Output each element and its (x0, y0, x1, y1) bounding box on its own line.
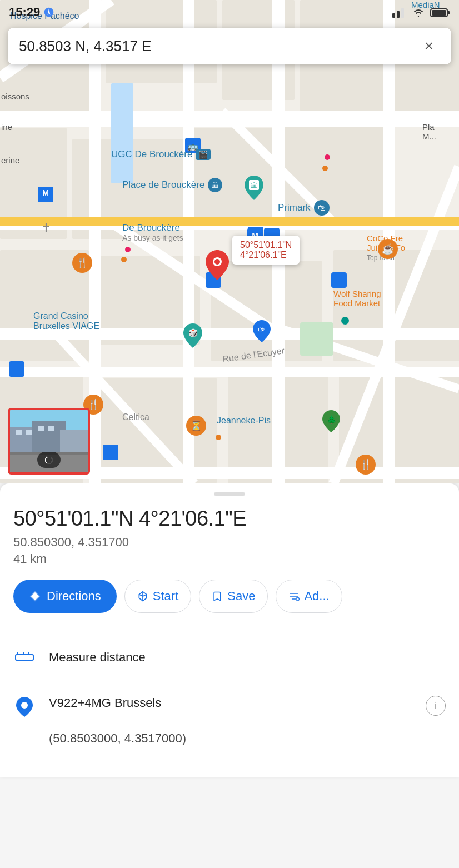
sheet-handle (214, 492, 245, 496)
time-display: 15:29 (9, 5, 40, 19)
status-icons (391, 7, 450, 18)
directions-button[interactable]: Directions (13, 580, 117, 613)
search-bar: 50.8503 N, 4.3517 E × (8, 28, 451, 64)
dot-2 (121, 257, 127, 262)
de-brouckere-label: De Brouckère (122, 222, 180, 233)
wifi-icon (411, 7, 426, 18)
svg-rect-68 (16, 430, 22, 435)
add-label: Ad... (304, 589, 329, 603)
ruler-icon (13, 646, 36, 669)
add-button[interactable]: Ad... (276, 580, 342, 613)
svg-rect-41 (103, 445, 118, 460)
svg-rect-39 (331, 272, 347, 288)
pink-dot-1 (325, 154, 330, 160)
location-pin-icon (13, 696, 36, 718)
svg-rect-48 (392, 13, 395, 18)
jeanneke-label: Jeanneke-Pis (217, 416, 271, 426)
jeanneke-pin: 🌲 (322, 410, 340, 435)
save-label: Save (227, 589, 255, 603)
food-pin-3: 🍴 (356, 455, 376, 475)
dot-1 (322, 166, 328, 171)
ine-label: ine (1, 122, 12, 132)
signal-icon (391, 7, 407, 18)
status-bar: 15:29 (0, 0, 459, 24)
casino-label: Grand CasinoBruxelles VIAGE (33, 311, 99, 331)
svg-rect-71 (48, 426, 54, 431)
save-button[interactable]: Save (199, 580, 268, 613)
start-icon (137, 591, 148, 602)
teal-dot (341, 317, 349, 325)
svg-rect-33 (300, 322, 333, 356)
location-decimal: 50.850300, 4.351700 (13, 535, 446, 550)
coord-popup: 50°51'01.1"N4°21'06.1"E (232, 236, 300, 265)
info-icon[interactable]: i (426, 696, 446, 716)
plus-code-text: V922+4MG Brussels (49, 696, 412, 710)
food-pin-1: 🍴 (72, 253, 92, 273)
brouckere-pin: 🏛 (245, 176, 263, 202)
svg-rect-73 (16, 655, 33, 660)
svg-rect-7 (189, 128, 272, 217)
celtica-label: Celtica (122, 412, 149, 422)
ugc-label: UGC De Brouckère 🎬 (111, 149, 211, 160)
location-section: V922+4MG Brussels i (50.8503000, 4.35170… (13, 682, 446, 759)
coco-pin: ☕ (378, 239, 398, 259)
svg-rect-69 (26, 430, 32, 435)
svg-rect-34 (111, 83, 133, 183)
measure-distance-item[interactable]: Measure distance (13, 633, 446, 682)
place-brouckere-label: Place de Brouckère 🏛 (122, 178, 222, 192)
svg-rect-50 (401, 8, 404, 18)
search-text: 50.8503 N, 4.3517 E (19, 38, 418, 55)
svg-text:🏛: 🏛 (251, 182, 257, 189)
dot-3 (216, 435, 221, 440)
location-distance: 41 km (13, 552, 446, 566)
measure-distance-label: Measure distance (49, 650, 146, 665)
pla-label: PlaM... (422, 122, 436, 141)
svg-rect-52 (447, 11, 450, 14)
location-title: 50°51'01.1"N 4°21'06.1"E (13, 507, 446, 531)
svg-rect-70 (38, 426, 44, 431)
svg-text:🛍: 🛍 (258, 325, 266, 334)
navigation-icon (43, 7, 54, 18)
church-icon: ✝ (41, 221, 51, 236)
directions-icon (29, 590, 41, 602)
primark-label: Primark 🛍 (278, 200, 330, 216)
pink-dot-2 (125, 247, 131, 252)
map-container[interactable]: 🚌 M M 15:29 (0, 0, 459, 483)
svg-text:M: M (42, 188, 49, 197)
svg-rect-49 (397, 11, 400, 18)
start-label: Start (153, 589, 178, 603)
shopping-pin: 🛍 (253, 320, 271, 345)
svg-rect-23 (183, 0, 194, 483)
busy-label: As busy as it gets (122, 233, 183, 242)
action-buttons: Directions Start Save Ad... (13, 580, 446, 613)
coords-text: (50.8503000, 4.3517000) (13, 729, 446, 746)
plus-code-row: V922+4MG Brussels i (13, 696, 446, 718)
save-icon (212, 591, 223, 602)
svg-point-80 (21, 702, 28, 709)
svg-point-60 (214, 259, 220, 265)
bottom-sheet: 50°51'01.1"N 4°21'06.1"E 50.850300, 4.35… (0, 483, 459, 777)
svg-rect-32 (0, 217, 459, 226)
street-view-person-icon: ⭮ (37, 452, 61, 468)
rerine-label: erine (1, 156, 19, 165)
close-button[interactable]: × (418, 35, 440, 57)
svg-rect-53 (432, 10, 446, 16)
selected-pin (206, 250, 229, 282)
svg-text:🌲: 🌲 (327, 415, 337, 425)
wolf-sharing-label: Wolf SharingFood Market (333, 289, 381, 308)
street-view-thumbnail[interactable]: ⭮ (8, 408, 90, 475)
poissons-label: oissons (1, 92, 29, 101)
start-button[interactable]: Start (124, 580, 191, 613)
svg-rect-40 (9, 361, 24, 377)
battery-icon (430, 7, 450, 18)
add-icon (288, 591, 300, 602)
casino-pin: 🎲 (183, 323, 202, 350)
directions-label: Directions (47, 589, 101, 603)
svg-text:🎲: 🎲 (188, 328, 198, 338)
status-time: 15:29 (9, 5, 54, 19)
celtica-pin: ⏳ (186, 416, 206, 436)
